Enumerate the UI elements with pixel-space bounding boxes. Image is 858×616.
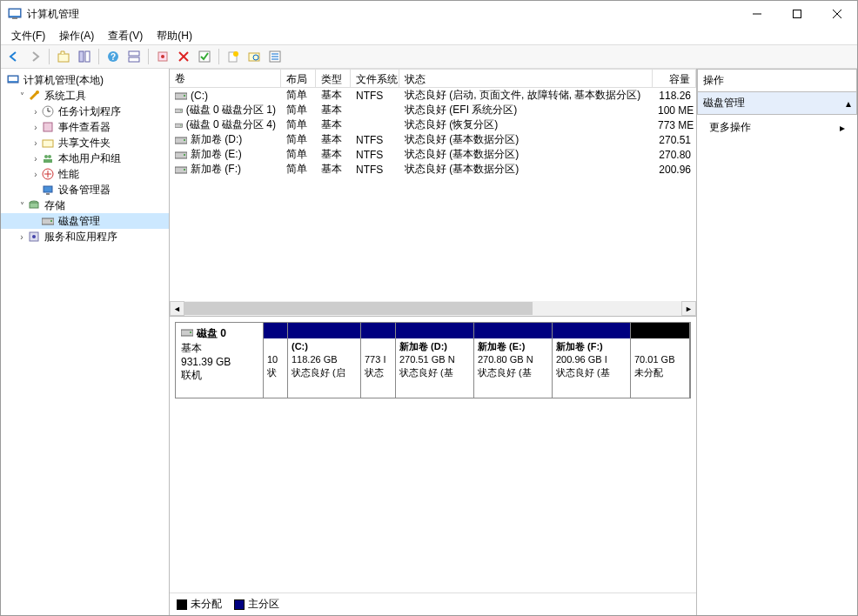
console-tree[interactable]: 计算机管理(本地) ˅ 系统工具 › 任务计划程序 › 事件查看器 › 共享文件…	[1, 69, 170, 615]
disk-row[interactable]: 磁盘 0 基本 931.39 GB 联机 10状(C:)118.26 GB状态良…	[175, 322, 691, 398]
svg-point-15	[161, 55, 164, 58]
collapse-icon[interactable]: ˅	[17, 201, 27, 211]
partition-header	[264, 323, 287, 338]
legend: 未分配 主分区	[170, 593, 696, 615]
tree-perf[interactable]: › 性能	[1, 166, 169, 182]
tree-event-viewer[interactable]: › 事件查看器	[1, 119, 169, 135]
col-filesystem[interactable]: 文件系统	[351, 69, 399, 87]
volume-list[interactable]: 卷 布局 类型 文件系统 状态 容量 (C:)简单基本NTFS状态良好 (启动,…	[170, 69, 696, 317]
close-button[interactable]	[817, 1, 857, 27]
menu-file[interactable]: 文件(F)	[4, 27, 52, 45]
volume-icon	[175, 150, 187, 160]
svg-rect-34	[43, 140, 53, 147]
partition[interactable]: 新加卷 (D:)270.51 GB N状态良好 (基	[396, 323, 474, 398]
settings-button[interactable]	[153, 47, 172, 66]
svg-rect-49	[175, 93, 187, 99]
expand-icon[interactable]: ›	[30, 123, 41, 132]
volume-status: 状态良好 (EFI 系统分区)	[399, 103, 653, 117]
col-status[interactable]: 状态	[399, 69, 653, 87]
table-row[interactable]: (磁盘 0 磁盘分区 4)简单基本状态良好 (恢复分区)773 ME	[170, 117, 696, 132]
partition[interactable]: 773 I状态	[361, 323, 396, 398]
col-type[interactable]: 类型	[316, 69, 351, 87]
disk-graphic-area[interactable]: 磁盘 0 基本 931.39 GB 联机 10状(C:)118.26 GB状态良…	[170, 317, 696, 593]
help-button[interactable]: ?	[104, 47, 123, 66]
partition-header	[474, 323, 552, 338]
h-scrollbar[interactable]: ◄ ►	[170, 301, 696, 316]
expand-icon[interactable]: ›	[17, 232, 27, 242]
expand-icon[interactable]: ›	[30, 154, 41, 164]
table-row[interactable]: (C:)简单基本NTFS状态良好 (启动, 页面文件, 故障转储, 基本数据分区…	[170, 88, 696, 103]
col-capacity[interactable]: 容量	[653, 69, 696, 87]
tree-services-apps[interactable]: › 服务和应用程序	[1, 229, 169, 244]
show-hide-button[interactable]	[75, 47, 94, 66]
tree-task-scheduler[interactable]: › 任务计划程序	[1, 104, 169, 119]
partition-unallocated[interactable]: 70.01 GB未分配	[631, 323, 690, 398]
table-body[interactable]: (C:)简单基本NTFS状态良好 (启动, 页面文件, 故障转储, 基本数据分区…	[170, 88, 696, 301]
svg-point-50	[184, 95, 185, 97]
table-row[interactable]: (磁盘 0 磁盘分区 1)简单基本状态良好 (EFI 系统分区)100 ME	[170, 103, 696, 117]
tree-root[interactable]: 计算机管理(本地)	[1, 72, 169, 88]
toolbar: ?	[1, 44, 857, 69]
svg-point-35	[44, 155, 48, 158]
disk-status: 联机	[181, 368, 258, 383]
tree-system-tools[interactable]: ˅ 系统工具	[1, 88, 169, 104]
services-icon	[27, 230, 41, 244]
menu-view[interactable]: 查看(V)	[101, 27, 150, 45]
actions-category[interactable]: 磁盘管理 ▴	[697, 92, 857, 115]
svg-point-62	[190, 331, 191, 333]
scroll-right-icon[interactable]: ►	[681, 301, 696, 316]
scroll-left-icon[interactable]: ◄	[170, 301, 184, 316]
svg-rect-55	[175, 137, 187, 144]
partition[interactable]: (C:)118.26 GB状态良好 (启	[288, 323, 361, 398]
tree-device-manager[interactable]: › 设备管理器	[1, 182, 169, 198]
volume-name: 新加卷 (F:)	[191, 162, 241, 177]
volume-status: 状态良好 (基本数据分区)	[399, 147, 653, 162]
minimize-button[interactable]	[737, 1, 777, 27]
maximize-button[interactable]	[777, 1, 817, 27]
col-layout[interactable]: 布局	[281, 69, 316, 87]
volume-status: 状态良好 (启动, 页面文件, 故障转储, 基本数据分区)	[399, 88, 653, 103]
forward-button[interactable]	[25, 47, 44, 66]
disk-partitions: 10状(C:)118.26 GB状态良好 (启 773 I状态新加卷 (D:)2…	[264, 322, 691, 398]
volume-capacity: 773 ME	[653, 119, 696, 131]
menu-action[interactable]: 操作(A)	[52, 27, 101, 45]
expand-icon[interactable]: ›	[30, 170, 41, 179]
svg-rect-2	[12, 17, 17, 19]
check-button[interactable]	[195, 47, 214, 66]
expand-icon[interactable]: ›	[30, 138, 41, 148]
volume-layout: 简单	[281, 162, 316, 177]
delete-button[interactable]	[174, 47, 193, 66]
col-volume[interactable]: 卷	[170, 69, 281, 87]
tree-local-users[interactable]: › 本地用户和组	[1, 151, 169, 166]
layout-button[interactable]	[124, 47, 144, 66]
actions-pane: 操作 磁盘管理 ▴ 更多操作 ▸	[697, 69, 857, 615]
tree-disk-management[interactable]: › 磁盘管理	[1, 213, 169, 229]
tree-storage[interactable]: ˅ 存储	[1, 198, 169, 213]
find-button[interactable]	[245, 47, 264, 66]
back-button[interactable]	[4, 47, 23, 66]
disk-info[interactable]: 磁盘 0 基本 931.39 GB 联机	[175, 322, 264, 398]
event-icon	[41, 120, 55, 134]
partition-body: 70.01 GB未分配	[631, 338, 689, 398]
folder-share-icon	[41, 136, 55, 150]
table-row[interactable]: 新加卷 (E:)简单基本NTFS状态良好 (基本数据分区)270.80	[170, 147, 696, 162]
menu-help[interactable]: 帮助(H)	[150, 27, 199, 45]
table-row[interactable]: 新加卷 (D:)简单基本NTFS状态良好 (基本数据分区)270.51	[170, 132, 696, 147]
partition[interactable]: 新加卷 (F:)200.96 GB I状态良好 (基	[553, 323, 631, 398]
table-row[interactable]: 新加卷 (F:)简单基本NTFS状态良好 (基本数据分区)200.96	[170, 162, 696, 177]
partition-header	[553, 323, 630, 338]
scroll-track[interactable]	[184, 301, 681, 316]
tree-shared-folders[interactable]: › 共享文件夹	[1, 135, 169, 151]
list-button[interactable]	[265, 47, 285, 66]
collapse-icon[interactable]: ˅	[17, 91, 27, 101]
partition-body: (C:)118.26 GB状态良好 (启	[288, 338, 360, 398]
partition[interactable]: 新加卷 (E:)270.80 GB N状态良好 (基	[474, 323, 553, 398]
scroll-thumb[interactable]	[184, 302, 533, 315]
expand-icon[interactable]: ›	[30, 107, 41, 117]
partition[interactable]: 10状	[264, 323, 288, 398]
up-button[interactable]	[54, 47, 73, 66]
new-button[interactable]	[224, 47, 243, 66]
disk-icon	[41, 214, 55, 228]
volume-icon	[175, 164, 187, 175]
actions-more[interactable]: 更多操作 ▸	[697, 115, 857, 140]
